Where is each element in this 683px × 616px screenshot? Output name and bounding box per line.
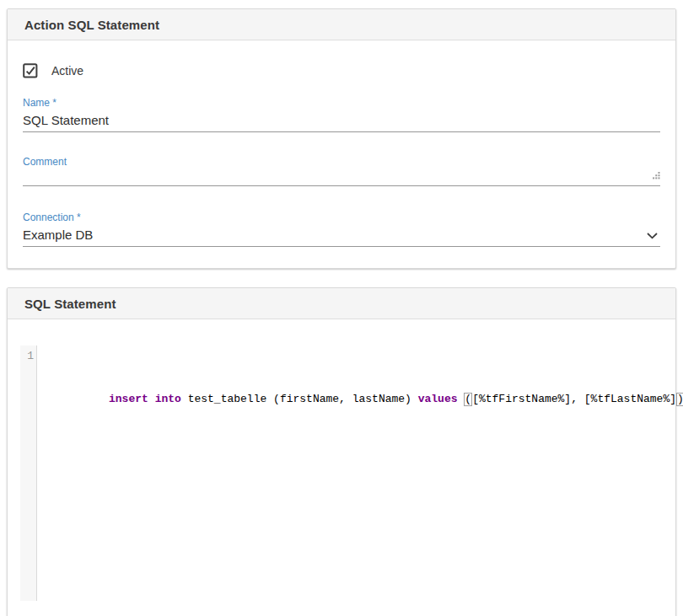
- chevron-down-icon[interactable]: [647, 228, 658, 242]
- name-input[interactable]: SQL Statement: [23, 110, 660, 132]
- action-panel-title: Action SQL Statement: [8, 9, 675, 40]
- resize-grip-icon[interactable]: [652, 168, 660, 183]
- action-panel-body: Active Name * SQL Statement Comment: [8, 40, 675, 268]
- active-checkbox-label[interactable]: Active: [51, 64, 83, 78]
- comment-field-label: Comment: [23, 156, 67, 168]
- editor-gutter: [20, 345, 37, 601]
- connection-select-value: Example DB: [23, 228, 93, 242]
- active-checkbox-row[interactable]: Active: [23, 63, 660, 78]
- connection-field-label: Connection *: [23, 212, 81, 223]
- name-field-label: Name *: [23, 97, 56, 109]
- checked-checkbox-icon[interactable]: [23, 63, 38, 78]
- sql-code-editor[interactable]: 1 insert into test_tabelle (firstName, l…: [20, 345, 663, 601]
- sql-panel: SQL Statement 1 insert into test_tabelle…: [7, 287, 676, 616]
- connection-field: Connection * Example DB: [23, 209, 660, 247]
- sql-panel-body: 1 insert into test_tabelle (firstName, l…: [8, 319, 675, 616]
- sql-panel-title: SQL Statement: [8, 288, 675, 319]
- code-line[interactable]: insert into test_tabelle (firstName, las…: [43, 349, 663, 423]
- name-field: Name * SQL Statement: [23, 94, 660, 132]
- comment-textarea[interactable]: [23, 169, 660, 186]
- page: Action SQL Statement Active Name * SQL S…: [0, 0, 683, 616]
- action-panel: Action SQL Statement Active Name * SQL S…: [7, 8, 676, 269]
- line-number: 1: [20, 349, 34, 363]
- comment-field: Comment: [23, 153, 660, 186]
- code-line-tokens: insert into test_tabelle (firstName, las…: [109, 393, 683, 405]
- connection-select[interactable]: Example DB: [23, 224, 660, 247]
